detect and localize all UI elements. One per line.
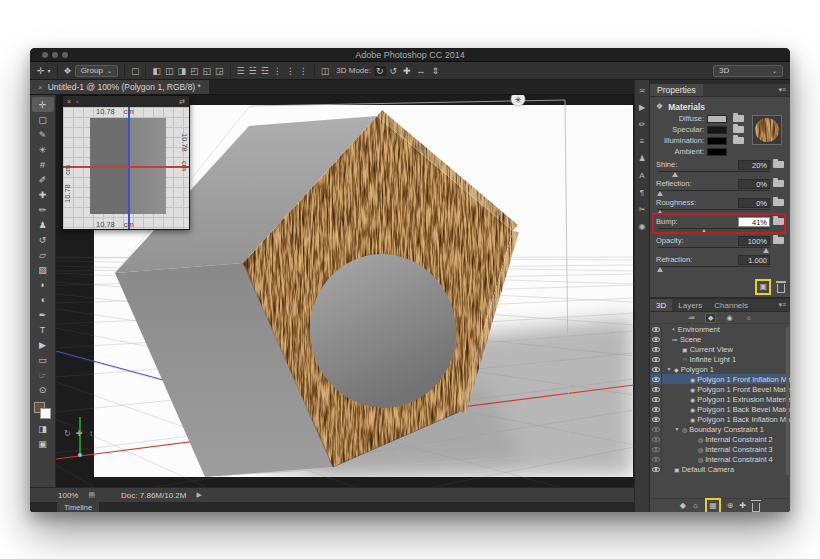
slider-value[interactable]: 0%: [738, 179, 770, 189]
align-top-icon[interactable]: ◰: [190, 65, 199, 77]
tool-presets-panel-icon[interactable]: ✂: [639, 205, 646, 215]
filter-materials-icon[interactable]: ◉: [723, 313, 735, 323]
color-swatch[interactable]: [707, 126, 727, 134]
slider-track[interactable]: [658, 247, 770, 252]
distribute-top-icon[interactable]: ☰: [237, 65, 245, 77]
eyedropper-tool[interactable]: ✐: [32, 172, 54, 187]
panel-menu-icon[interactable]: ▾≡: [778, 86, 790, 94]
texture-folder-icon[interactable]: [773, 161, 784, 168]
brush-panel-icon[interactable]: ✏: [639, 120, 646, 130]
pan-camera-icon[interactable]: ✚: [76, 429, 83, 438]
tab-channels[interactable]: Channels: [708, 299, 754, 311]
paragraph-panel-icon[interactable]: ¶: [640, 188, 644, 198]
visibility-eye-icon[interactable]: [652, 377, 660, 382]
layer-row[interactable]: ≔ Scene: [650, 334, 790, 344]
move-tool[interactable]: ✛: [32, 97, 54, 112]
align-center-h-icon[interactable]: ◫: [165, 65, 174, 77]
visibility-eye-icon[interactable]: [652, 407, 660, 412]
visibility-eye-icon[interactable]: [652, 367, 660, 372]
timeline-tab[interactable]: Timeline: [57, 502, 99, 512]
visibility-eye-icon[interactable]: [652, 467, 660, 472]
clone-source-panel-icon[interactable]: ♟: [638, 154, 645, 164]
slider-track[interactable]: [658, 266, 770, 271]
add-mesh-icon[interactable]: ◆: [680, 501, 686, 511]
add-material-icon[interactable]: ▦: [709, 501, 717, 511]
layer-row[interactable]: ◉ Polygon 1 Back Inflation Mat...: [650, 414, 790, 424]
delete-icon[interactable]: [752, 503, 760, 512]
texture-folder-icon[interactable]: [733, 126, 744, 133]
material-preview[interactable]: [752, 115, 782, 145]
layer-row[interactable]: ◎ Internal Constraint 2: [650, 434, 790, 444]
eraser-tool[interactable]: ▱: [32, 247, 54, 262]
visibility-eye-icon[interactable]: [652, 347, 660, 352]
add-constraint-icon[interactable]: ⊕: [727, 501, 734, 511]
distribute-middle-icon[interactable]: ☱: [249, 65, 257, 77]
background-color-swatch[interactable]: [40, 408, 51, 419]
crop-tool[interactable]: #: [32, 157, 54, 172]
add-light-icon[interactable]: ☼: [692, 501, 699, 511]
slider-track[interactable]: [658, 209, 770, 214]
marquee-tool[interactable]: ▢: [32, 112, 54, 127]
slider-track[interactable]: [658, 171, 770, 176]
distribute-left-icon[interactable]: ⋮: [273, 65, 282, 77]
close-tab-icon[interactable]: ×: [38, 83, 43, 92]
lasso-tool[interactable]: ✎: [32, 127, 54, 142]
tab-3d[interactable]: 3D: [650, 299, 672, 311]
visibility-eye-icon[interactable]: [652, 427, 660, 432]
adjustments-panel-icon[interactable]: ≡: [640, 137, 645, 147]
filter-meshes-icon[interactable]: ◆: [705, 313, 716, 323]
slider-value[interactable]: 1.000: [738, 255, 770, 265]
align-right-icon[interactable]: ◨: [177, 65, 186, 77]
slider-thumb[interactable]: [672, 172, 678, 177]
layer-row[interactable]: ◎ Internal Constraint 3: [650, 444, 790, 454]
layer-row[interactable]: ◉ Polygon 1 Extrusion Material: [650, 394, 790, 404]
color-swatch[interactable]: [707, 115, 727, 123]
slider-value[interactable]: 100%: [738, 236, 770, 246]
expander-icon[interactable]: ▼: [666, 366, 672, 372]
layer-row[interactable]: ☼ Infinite Light 1: [650, 354, 790, 364]
workspace-dropdown[interactable]: 3D ⌄: [713, 65, 783, 77]
document-tab[interactable]: × Untitled-1 @ 100% (Polygon 1, RGB/8) *: [30, 80, 209, 94]
path-selection-tool[interactable]: ▶: [32, 337, 54, 352]
gradient-tool[interactable]: ▧: [32, 262, 54, 277]
dodge-tool[interactable]: ◖: [32, 292, 54, 307]
distribute-center-icon[interactable]: ⋮: [286, 65, 295, 77]
styles-panel-icon[interactable]: ◉: [639, 222, 646, 232]
visibility-eye-icon[interactable]: [652, 327, 660, 332]
info-panel-icon[interactable]: ≍: [639, 86, 646, 96]
history-brush-tool[interactable]: ↺: [32, 232, 54, 247]
layer-row[interactable]: ▼ ◎ Boundary Constraint 1: [650, 424, 790, 434]
quick-mask-icon[interactable]: ◨: [32, 421, 54, 436]
slider-thumb[interactable]: [701, 229, 707, 234]
type-tool[interactable]: T: [32, 322, 54, 337]
filter-scene-icon[interactable]: ≔: [685, 313, 698, 323]
drag-3d-mode-icon[interactable]: ✚: [401, 66, 413, 76]
color-swatch[interactable]: [707, 148, 727, 156]
hand-tool[interactable]: ☞: [32, 367, 54, 382]
visibility-eye-icon[interactable]: [652, 357, 660, 362]
tab-properties[interactable]: Properties: [650, 84, 703, 96]
slider-value[interactable]: 41%: [738, 217, 770, 227]
align-middle-icon[interactable]: ◱: [202, 65, 211, 77]
clone-stamp-tool[interactable]: ♟: [32, 217, 54, 232]
layer-row[interactable]: ▼ ◆ Polygon 1: [650, 364, 790, 374]
color-swatch[interactable]: [707, 137, 727, 145]
close-icon[interactable]: ×: [67, 96, 71, 107]
screen-mode-icon[interactable]: ▣: [32, 436, 54, 451]
slider-track[interactable]: [658, 190, 770, 195]
zoom-tool[interactable]: ⊙: [32, 382, 54, 397]
layer-row[interactable]: ◐ Environment: [650, 324, 790, 334]
transform-controls-icon[interactable]: ▢: [131, 65, 140, 77]
zoom-level-field[interactable]: 100%: [58, 491, 78, 500]
texture-folder-icon[interactable]: [773, 180, 784, 187]
slider-value[interactable]: 0%: [738, 198, 770, 208]
texture-folder-icon[interactable]: [733, 137, 744, 144]
scale-3d-mode-icon[interactable]: ⇕: [430, 66, 442, 76]
swap-view-icon[interactable]: ⇄: [179, 96, 185, 107]
expander-icon[interactable]: ▼: [674, 426, 680, 432]
distribute-right-icon[interactable]: ⋮: [299, 65, 308, 77]
auto-select-dropdown[interactable]: Group ⌄: [75, 65, 118, 77]
visibility-eye-icon[interactable]: [652, 457, 660, 462]
slider-thumb[interactable]: [657, 210, 663, 215]
zoom-window-button[interactable]: [62, 52, 68, 58]
